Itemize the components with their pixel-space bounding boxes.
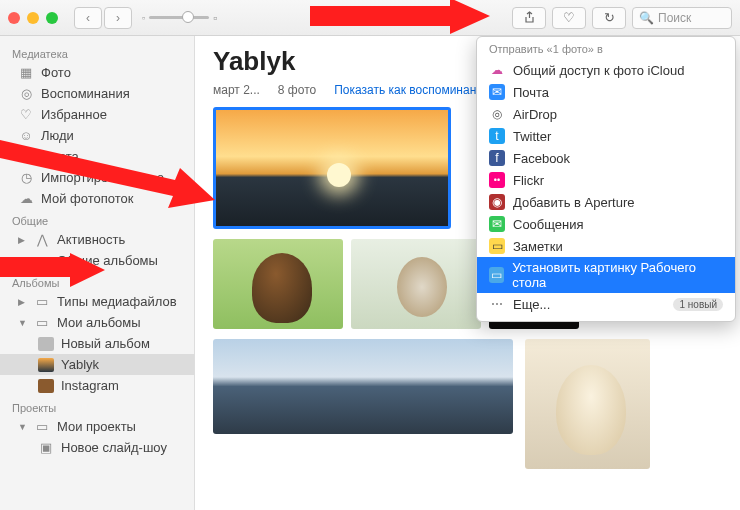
- share-twitter[interactable]: tTwitter: [477, 125, 735, 147]
- search-placeholder: Поиск: [658, 11, 691, 25]
- disclosure-triangle[interactable]: ▶: [18, 256, 27, 266]
- back-button[interactable]: ‹: [74, 7, 102, 29]
- window-title: Мои альбомы: [328, 10, 412, 25]
- heart-icon: ♡: [563, 10, 575, 25]
- sidebar-project-slideshow[interactable]: ▣Новое слайд-шоу: [0, 437, 194, 458]
- notes-icon: ▭: [489, 238, 505, 254]
- aperture-icon: ◉: [489, 194, 505, 210]
- album-thumb: [38, 358, 54, 372]
- forward-button[interactable]: ›: [104, 7, 132, 29]
- more-icon: ⋯: [489, 296, 505, 312]
- desktop-icon: ▭: [489, 267, 504, 283]
- facebook-icon: f: [489, 150, 505, 166]
- photo-selected[interactable]: [213, 107, 451, 229]
- disclosure-triangle[interactable]: ▶: [18, 297, 27, 307]
- rotate-button[interactable]: ↻: [592, 7, 626, 29]
- photo-thumb[interactable]: [351, 239, 481, 329]
- sidebar-section-header: Медиатека: [0, 42, 194, 62]
- sidebar-section-header: Общие: [0, 209, 194, 229]
- content-area: Yablyk март 2... 8 фото Показать как вос…: [195, 36, 740, 510]
- sidebar-section-header: Проекты: [0, 396, 194, 416]
- disclosure-triangle[interactable]: ▼: [18, 422, 27, 432]
- album-count: 8 фото: [278, 83, 316, 97]
- icloud-icon: ☁: [489, 62, 505, 78]
- antenna-icon: ⋀: [34, 233, 50, 247]
- sidebar: Медиатека ▦Фото ◎Воспоминания ♡Избранное…: [0, 36, 195, 510]
- fullscreen-window-button[interactable]: [46, 12, 58, 24]
- share-mail[interactable]: ✉Почта: [477, 81, 735, 103]
- album-date: март 2...: [213, 83, 260, 97]
- sidebar-item-activity[interactable]: ▶⋀Активность: [0, 229, 194, 250]
- share-icon: [523, 11, 536, 24]
- sidebar-item-shared-albums[interactable]: ▶▭Общие альбомы: [0, 250, 194, 271]
- album-thumb: [38, 337, 54, 351]
- share-icloud[interactable]: ☁Общий доступ к фото iCloud: [477, 59, 735, 81]
- folder-icon: ▭: [34, 295, 50, 309]
- share-flickr[interactable]: ••Flickr: [477, 169, 735, 191]
- title-bar: ‹ › ▫ ▫ Мои альбомы ♡ ↻ 🔍 Поиск: [0, 0, 740, 36]
- folder-icon: ▭: [34, 254, 50, 268]
- sidebar-album-new[interactable]: Новый альбом: [0, 333, 194, 354]
- share-aperture[interactable]: ◉Добавить в Aperture: [477, 191, 735, 213]
- nav-buttons: ‹ ›: [74, 7, 132, 29]
- share-menu: Отправить «1 фото» в ☁Общий доступ к фот…: [476, 36, 736, 322]
- airdrop-icon: ◎: [489, 106, 505, 122]
- folder-icon: ▭: [34, 420, 50, 434]
- close-window-button[interactable]: [8, 12, 20, 24]
- sidebar-item-favorites[interactable]: ♡Избранное: [0, 104, 194, 125]
- zoom-in-icon: ▫: [213, 11, 217, 25]
- share-messages[interactable]: ✉Сообщения: [477, 213, 735, 235]
- sidebar-section-header: Альбомы: [0, 271, 194, 291]
- disclosure-triangle[interactable]: ▼: [18, 318, 27, 328]
- people-icon: ☺: [18, 129, 34, 143]
- show-as-memory-link[interactable]: Показать как воспоминание: [334, 83, 489, 97]
- heart-icon: ♡: [18, 108, 34, 122]
- sidebar-item-my-albums[interactable]: ▼▭Мои альбомы: [0, 312, 194, 333]
- folder-icon: ▭: [34, 316, 50, 330]
- sidebar-item-photos[interactable]: ▦Фото: [0, 62, 194, 83]
- share-notes[interactable]: ▭Заметки: [477, 235, 735, 257]
- photo-thumb[interactable]: [213, 339, 513, 434]
- share-menu-header: Отправить «1 фото» в: [477, 43, 735, 59]
- sidebar-album-instagram[interactable]: Instagram: [0, 375, 194, 396]
- album-thumb: [38, 379, 54, 393]
- clock-icon: ◷: [18, 171, 34, 185]
- zoom-out-icon: ▫: [142, 13, 145, 23]
- share-more[interactable]: ⋯Еще...1 новый: [477, 293, 735, 315]
- sidebar-item-people[interactable]: ☺Люди: [0, 125, 194, 146]
- search-input[interactable]: 🔍 Поиск: [632, 7, 732, 29]
- share-airdrop[interactable]: ◎AirDrop: [477, 103, 735, 125]
- minimize-window-button[interactable]: [27, 12, 39, 24]
- messages-icon: ✉: [489, 216, 505, 232]
- sidebar-item-my-projects[interactable]: ▼▭Мои проекты: [0, 416, 194, 437]
- cloud-icon: ☁: [18, 192, 34, 206]
- sidebar-album-yablyk[interactable]: Yablyk: [0, 354, 194, 375]
- sidebar-item-media-types[interactable]: ▶▭Типы медиафайлов: [0, 291, 194, 312]
- zoom-slider[interactable]: ▫ ▫: [142, 11, 217, 25]
- new-badge: 1 новый: [673, 298, 723, 311]
- flickr-icon: ••: [489, 172, 505, 188]
- photo-icon: ▦: [18, 66, 34, 80]
- sidebar-item-photostream[interactable]: ☁Мой фотопоток: [0, 188, 194, 209]
- memories-icon: ◎: [18, 87, 34, 101]
- sidebar-item-places[interactable]: ⚲Места: [0, 146, 194, 167]
- slideshow-icon: ▣: [38, 441, 54, 455]
- pin-icon: ⚲: [18, 150, 34, 164]
- favorite-button[interactable]: ♡: [552, 7, 586, 29]
- share-set-desktop[interactable]: ▭Установить картинку Рабочего стола: [477, 257, 735, 293]
- disclosure-triangle[interactable]: ▶: [18, 235, 27, 245]
- photo-thumb[interactable]: [525, 339, 650, 469]
- traffic-lights: [8, 12, 58, 24]
- twitter-icon: t: [489, 128, 505, 144]
- photo-thumb[interactable]: [213, 239, 343, 329]
- share-facebook[interactable]: fFacebook: [477, 147, 735, 169]
- sidebar-item-imports[interactable]: ◷Импортированные о...: [0, 167, 194, 188]
- rotate-icon: ↻: [604, 10, 615, 25]
- search-icon: 🔍: [639, 11, 654, 25]
- sidebar-item-memories[interactable]: ◎Воспоминания: [0, 83, 194, 104]
- mail-icon: ✉: [489, 84, 505, 100]
- share-button[interactable]: [512, 7, 546, 29]
